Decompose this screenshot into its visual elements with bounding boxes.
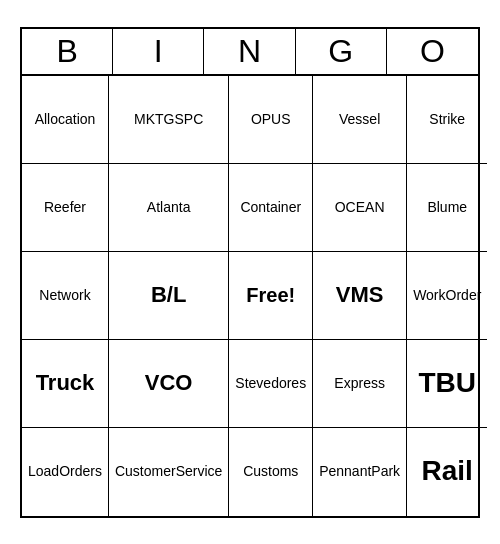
header-letter-o: O xyxy=(387,29,478,74)
bingo-cell-9: Blume xyxy=(407,164,487,252)
header-letter-b: B xyxy=(22,29,113,74)
header-letter-n: N xyxy=(204,29,295,74)
bingo-cell-23: PennantPark xyxy=(313,428,407,516)
bingo-cell-0: Allocation xyxy=(22,76,109,164)
bingo-cell-12: Free! xyxy=(229,252,313,340)
bingo-cell-2: OPUS xyxy=(229,76,313,164)
bingo-cell-10: Network xyxy=(22,252,109,340)
bingo-cell-11: B/L xyxy=(109,252,229,340)
bingo-cell-17: Stevedores xyxy=(229,340,313,428)
bingo-cell-1: MKTGSPC xyxy=(109,76,229,164)
bingo-cell-19: TBU xyxy=(407,340,487,428)
bingo-cell-21: CustomerService xyxy=(109,428,229,516)
header-letter-g: G xyxy=(296,29,387,74)
bingo-cell-15: Truck xyxy=(22,340,109,428)
bingo-cell-6: Atlanta xyxy=(109,164,229,252)
header-letter-i: I xyxy=(113,29,204,74)
bingo-card: BINGO AllocationMKTGSPCOPUSVesselStrikeR… xyxy=(20,27,480,518)
bingo-cell-13: VMS xyxy=(313,252,407,340)
bingo-cell-24: Rail xyxy=(407,428,487,516)
bingo-grid: AllocationMKTGSPCOPUSVesselStrikeReeferA… xyxy=(22,76,478,516)
bingo-cell-4: Strike xyxy=(407,76,487,164)
bingo-cell-16: VCO xyxy=(109,340,229,428)
bingo-cell-8: OCEAN xyxy=(313,164,407,252)
bingo-cell-7: Container xyxy=(229,164,313,252)
bingo-cell-22: Customs xyxy=(229,428,313,516)
bingo-cell-18: Express xyxy=(313,340,407,428)
bingo-cell-3: Vessel xyxy=(313,76,407,164)
bingo-cell-5: Reefer xyxy=(22,164,109,252)
bingo-header: BINGO xyxy=(22,29,478,76)
bingo-cell-20: LoadOrders xyxy=(22,428,109,516)
bingo-cell-14: WorkOrder xyxy=(407,252,487,340)
